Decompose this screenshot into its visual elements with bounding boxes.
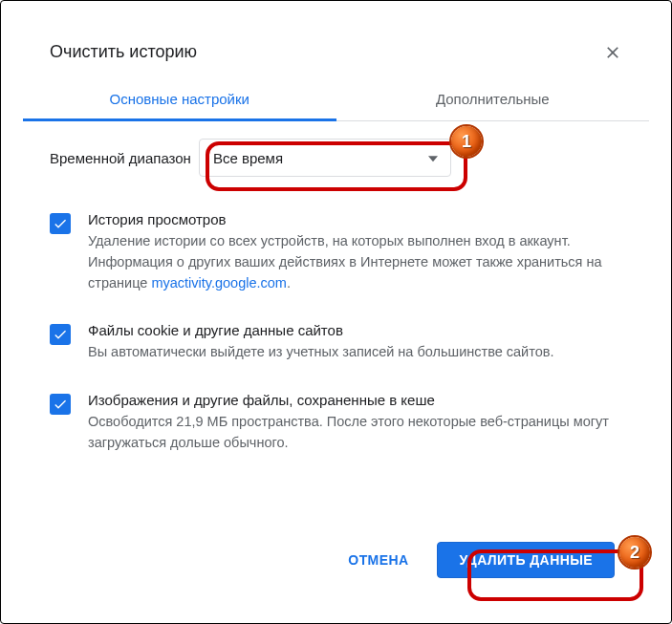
tab-basic[interactable]: Основные настройки xyxy=(23,75,336,120)
chevron-down-icon xyxy=(428,156,438,161)
myactivity-link[interactable]: myactivity.google.com xyxy=(151,275,287,290)
checkbox-cookies[interactable] xyxy=(50,324,71,345)
tab-advanced[interactable]: Дополнительные xyxy=(336,75,650,120)
option-cookies: Файлы cookie и другие данные сайтов Вы а… xyxy=(50,311,622,380)
check-icon xyxy=(53,216,68,231)
close-button[interactable] xyxy=(603,43,622,62)
option-description: Удаление истории со всех устройств, на к… xyxy=(88,231,622,293)
time-range-value: Все время xyxy=(199,139,451,177)
checkbox-browsing-history[interactable] xyxy=(50,213,71,234)
option-title: Изображения и другие файлы, сохраненные … xyxy=(88,392,622,408)
clear-browsing-data-dialog: Очистить историю Основные настройки Допо… xyxy=(23,19,649,605)
option-desc-suffix: . xyxy=(287,275,291,290)
time-range-label: Временной диапазон xyxy=(50,150,191,166)
check-icon xyxy=(53,397,68,412)
option-browsing-history: История просмотров Удаление истории со в… xyxy=(50,200,622,311)
dialog-footer: Отмена Удалить данные xyxy=(23,542,649,605)
check-icon xyxy=(53,327,68,342)
option-title: История просмотров xyxy=(88,211,622,227)
time-range-row: Временной диапазон Все время xyxy=(50,139,622,177)
option-title: Файлы cookie и другие данные сайтов xyxy=(88,322,622,338)
clear-data-button[interactable]: Удалить данные xyxy=(437,542,615,578)
checkbox-cache[interactable] xyxy=(50,394,71,415)
dialog-header: Очистить историю xyxy=(23,19,649,75)
annotation-badge-2: 2 xyxy=(619,537,650,568)
option-description: Освободится 21,9 МБ пространства. После … xyxy=(88,412,622,454)
close-icon xyxy=(603,43,622,62)
option-description: Вы автоматически выйдете из учетных запи… xyxy=(88,342,622,363)
time-range-select[interactable]: Все время xyxy=(199,139,451,177)
option-cache: Изображения и другие файлы, сохраненные … xyxy=(50,380,622,471)
dialog-body: Временной диапазон Все время История про… xyxy=(23,121,649,471)
cancel-button[interactable]: Отмена xyxy=(327,543,429,577)
dialog-title: Очистить историю xyxy=(50,42,197,62)
annotation-badge-1: 1 xyxy=(451,126,482,157)
tabs: Основные настройки Дополнительные xyxy=(23,75,649,121)
